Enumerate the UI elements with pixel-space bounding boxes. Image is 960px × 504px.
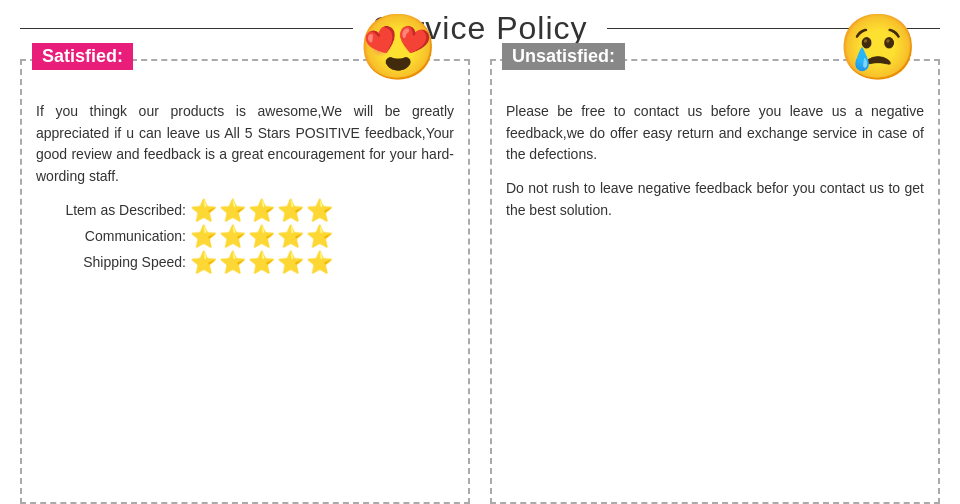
- rating-row-communication: Communication: ⭐ ⭐ ⭐ ⭐ ⭐: [36, 226, 454, 248]
- star-2: ⭐: [219, 252, 246, 274]
- star-1: ⭐: [190, 252, 217, 274]
- star-3: ⭐: [248, 200, 275, 222]
- ratings-section: Ltem as Described: ⭐ ⭐ ⭐ ⭐ ⭐ Communicati…: [36, 200, 454, 274]
- unsatisfied-text-2: Do not rush to leave negative feedback b…: [506, 178, 924, 221]
- star-4: ⭐: [277, 200, 304, 222]
- star-1: ⭐: [190, 226, 217, 248]
- unsatisfied-panel: Unsatisfied: 😢 Please be free to contact…: [490, 59, 940, 504]
- satisfied-text: If you thingk our products is awesome,We…: [36, 101, 454, 188]
- star-1: ⭐: [190, 200, 217, 222]
- star-2: ⭐: [219, 200, 246, 222]
- shipping-label: Shipping Speed:: [36, 252, 186, 274]
- unsatisfied-emoji: 😢: [838, 15, 918, 79]
- shipping-stars: ⭐ ⭐ ⭐ ⭐ ⭐: [190, 252, 333, 274]
- star-3: ⭐: [248, 226, 275, 248]
- satisfied-panel: Satisfied: 😍 If you thingk our products …: [20, 59, 470, 504]
- star-2: ⭐: [219, 226, 246, 248]
- communication-stars: ⭐ ⭐ ⭐ ⭐ ⭐: [190, 226, 333, 248]
- rating-row-item: Ltem as Described: ⭐ ⭐ ⭐ ⭐ ⭐: [36, 200, 454, 222]
- item-as-described-label: Ltem as Described:: [36, 200, 186, 222]
- rating-row-shipping: Shipping Speed: ⭐ ⭐ ⭐ ⭐ ⭐: [36, 252, 454, 274]
- satisfied-body: If you thingk our products is awesome,We…: [36, 101, 454, 274]
- star-5: ⭐: [306, 200, 333, 222]
- unsatisfied-body: Please be free to contact us before you …: [506, 101, 924, 221]
- communication-label: Communication:: [36, 226, 186, 248]
- unsatisfied-text-1: Please be free to contact us before you …: [506, 101, 924, 166]
- header-line-left: [20, 28, 353, 29]
- unsatisfied-label: Unsatisfied:: [502, 43, 625, 70]
- star-4: ⭐: [277, 252, 304, 274]
- page-header: Service Policy: [0, 0, 960, 59]
- item-stars: ⭐ ⭐ ⭐ ⭐ ⭐: [190, 200, 333, 222]
- star-4: ⭐: [277, 226, 304, 248]
- star-5: ⭐: [306, 252, 333, 274]
- main-content: Satisfied: 😍 If you thingk our products …: [0, 59, 960, 504]
- star-5: ⭐: [306, 226, 333, 248]
- satisfied-emoji: 😍: [358, 15, 438, 79]
- star-3: ⭐: [248, 252, 275, 274]
- satisfied-label: Satisfied:: [32, 43, 133, 70]
